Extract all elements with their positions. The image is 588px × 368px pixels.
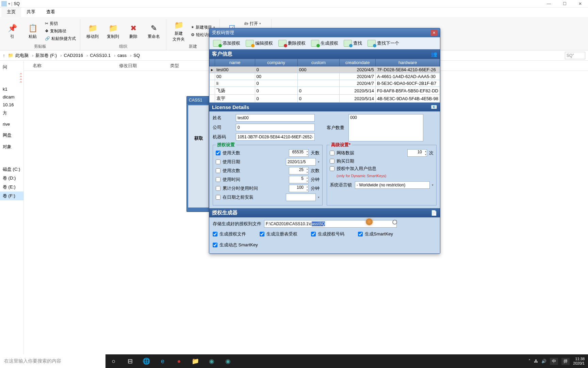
toolbar-delete[interactable]: 删除授权 — [277, 39, 307, 48]
tab-home[interactable]: 主页 — [1, 7, 21, 17]
nav-item[interactable] — [0, 77, 23, 80]
chk-netdata[interactable] — [330, 151, 334, 155]
nav-item[interactable]: 10.16 — [0, 101, 23, 109]
up-button[interactable]: ↑ — [3, 53, 5, 58]
crumb-5[interactable]: SQ — [133, 53, 140, 58]
col-date[interactable]: 修改日期 — [119, 63, 170, 69]
spin-netdata[interactable]: 10 — [407, 149, 427, 157]
col-creationdate[interactable]: creationdate — [340, 59, 376, 66]
spin-times[interactable]: 25 — [289, 167, 309, 174]
chk-gen-reg[interactable] — [260, 232, 264, 236]
explorer-icon[interactable]: 📁 — [187, 354, 203, 368]
table-row[interactable]: ▸test0000002020/4/57F-D028-5E84-4210-66E… — [210, 66, 440, 73]
input-before[interactable] — [286, 194, 316, 201]
tab-view[interactable]: 查看 — [41, 7, 61, 17]
chk-days[interactable] — [216, 151, 220, 155]
chk-date[interactable] — [216, 159, 220, 164]
newfolder-button[interactable]: 📁新建 文件夹 — [169, 19, 188, 43]
crumb-2[interactable]: CAD2016 — [64, 53, 90, 58]
cortana-icon[interactable]: ○ — [105, 354, 122, 368]
chk-before[interactable] — [216, 195, 220, 200]
paste-shortcut-button[interactable]: 🔗 粘贴快捷方式 — [44, 35, 77, 42]
tray-net-icon[interactable]: 🖧 — [534, 359, 538, 364]
moveto-button[interactable]: 📁移动到 — [83, 19, 102, 43]
ime-lang[interactable]: 中 — [550, 358, 558, 365]
crumb-3[interactable]: CASS10.1 — [90, 53, 117, 58]
nav-item[interactable]: 卷 (E:) — [0, 183, 23, 191]
nav-item[interactable]: 网盘 — [0, 131, 23, 140]
col-name[interactable]: name — [215, 59, 255, 66]
nav-item-selected[interactable]: 卷 (F:) — [0, 191, 23, 200]
toolbar-generate[interactable]: 生成授权 — [309, 39, 340, 48]
pin-button[interactable]: 📌引 — [3, 19, 22, 43]
nav-item[interactable] — [0, 72, 23, 74]
input-custom[interactable]: 000 — [348, 114, 423, 141]
cut-button[interactable]: ✂ 剪切 — [44, 20, 77, 27]
input-name[interactable] — [236, 114, 315, 122]
spin-duration[interactable]: 5 — [289, 176, 309, 183]
tray-vol-icon[interactable]: 🔊 — [541, 359, 546, 364]
nav-item[interactable]: 卷 (D:) — [0, 174, 23, 183]
crumb-4[interactable]: cass — [117, 53, 133, 58]
delete-button[interactable]: ✖删除 — [124, 19, 143, 43]
input-langlock[interactable] — [355, 181, 430, 189]
table-row[interactable]: 袁宇002020/5/144B-5E3C-9DA0-5F4B-4E5B-98 — [210, 95, 440, 103]
search-field[interactable]: SQ" — [565, 52, 585, 59]
col-custom[interactable]: custom — [297, 59, 340, 66]
input-company[interactable] — [236, 124, 315, 131]
taskbar-search[interactable]: 在这里输入你要搜索的内容 — [0, 354, 105, 368]
nav-item[interactable] — [0, 74, 23, 77]
nav-item[interactable]: dicam — [0, 93, 23, 101]
col-hardware[interactable]: hardware — [376, 59, 440, 66]
table-row[interactable]: 飞扬002020/5/14F0-8AF8-B5FA-5B50-EF82-DD — [210, 87, 440, 95]
chk-buydate[interactable] — [330, 159, 334, 164]
toolbar-find[interactable]: 查找 — [342, 39, 364, 48]
col-type[interactable]: 类型 — [170, 63, 204, 69]
open-button[interactable]: 🗁 打开 ▾ — [243, 20, 268, 27]
crumb-0[interactable]: 此电脑 — [15, 52, 35, 59]
spin-cumulative[interactable]: 100 — [289, 185, 309, 192]
maximize-button[interactable]: ☐ — [557, 0, 572, 7]
customer-table[interactable]: name company custom creationdate hardwar… — [209, 59, 440, 103]
dialog-close-button[interactable]: ✕ — [430, 30, 437, 36]
nav-item[interactable]: 方 — [0, 109, 23, 118]
taskview-icon[interactable]: ⊟ — [122, 354, 138, 368]
chk-gen-file[interactable] — [213, 232, 217, 236]
record-icon[interactable]: ● — [171, 354, 187, 368]
toolbar-findnext[interactable]: 查找下一个 — [366, 39, 401, 48]
tray-up-icon[interactable]: ˄ — [528, 359, 530, 364]
app-icon-2[interactable]: ◉ — [220, 354, 236, 368]
toolbar-add[interactable]: 添加授权 — [211, 39, 242, 48]
tab-share[interactable]: 共享 — [21, 7, 41, 17]
copy-path-button[interactable]: ❖ 复制路径 — [44, 27, 77, 35]
spin-days[interactable]: 65535 — [289, 149, 309, 157]
table-row[interactable]: 00002020/4/7A-4661-1A4D-62AD-AAA5-30 — [210, 73, 440, 80]
input-date[interactable] — [286, 158, 316, 166]
edge-icon[interactable]: e — [154, 354, 171, 368]
chk-cumulative[interactable] — [216, 186, 220, 191]
crumb-1[interactable]: 新加卷 (F:) — [35, 52, 64, 59]
table-row[interactable]: li02020/4/7B-5E3C-9DA0-60CF-2B1F-B7 — [210, 80, 440, 87]
nav-item[interactable]: 磁盘 (C:) — [0, 165, 23, 174]
chk-gen-sk[interactable] — [358, 232, 363, 236]
input-machine[interactable] — [236, 133, 315, 141]
chk-userinfo[interactable] — [330, 166, 334, 171]
rename-button[interactable]: ✎重命名 — [144, 19, 163, 43]
col-name[interactable]: 名称 — [24, 63, 119, 69]
ime-mode[interactable]: 拼 — [561, 358, 570, 365]
chk-gen-dsk[interactable] — [213, 243, 217, 247]
paste-button[interactable]: 📋粘贴 — [23, 19, 42, 43]
nav-item[interactable] — [0, 80, 23, 82]
nav-quick[interactable]: 问 — [0, 63, 23, 72]
taskbar-clock[interactable]: 11:382020/1 — [573, 357, 585, 366]
toolbar-edit[interactable]: 编辑授权 — [244, 39, 275, 48]
chrome-icon[interactable]: 🌐 — [138, 354, 154, 368]
chk-duration[interactable] — [216, 177, 220, 182]
nav-item[interactable]: 对象 — [0, 142, 23, 151]
copyto-button[interactable]: 📁复制到 — [103, 19, 122, 43]
chk-gen-code[interactable] — [311, 232, 316, 236]
chk-times[interactable] — [216, 168, 220, 173]
app-icon-1[interactable]: ◉ — [203, 354, 220, 368]
input-savepath[interactable]: F:\CAD2016\CASS10.1\cass\SQ — [264, 220, 397, 228]
close-button[interactable]: ✕ — [572, 0, 588, 7]
